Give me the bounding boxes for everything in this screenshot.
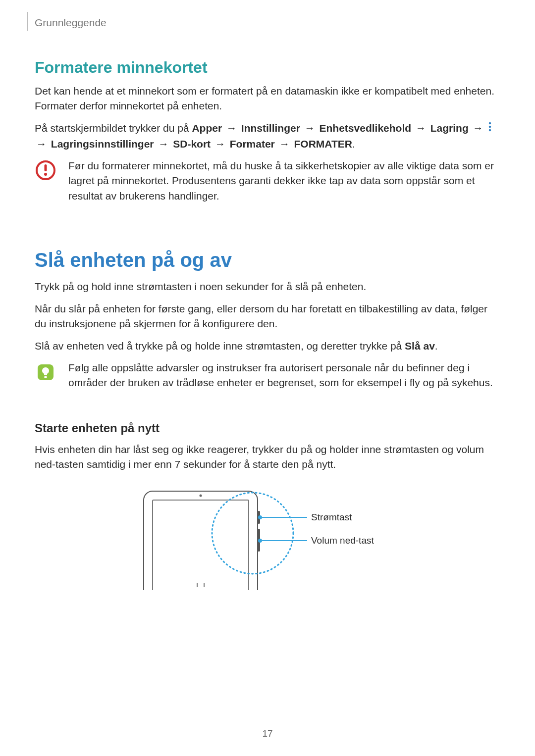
svg-point-14 bbox=[258, 515, 262, 519]
nav-step-lagring: Lagring bbox=[430, 122, 469, 134]
arrow-icon: → bbox=[36, 138, 47, 150]
callout-power-label: Strømtast bbox=[311, 512, 352, 522]
heading-power-on-off: Slå enheten på og av bbox=[35, 249, 500, 271]
nav-step-innstillinger: Innstillinger bbox=[241, 122, 300, 134]
svg-point-10 bbox=[200, 494, 202, 497]
warning-icon bbox=[35, 159, 56, 183]
nav-step-sdkort: SD-kort bbox=[173, 138, 211, 150]
arrow-icon: → bbox=[279, 138, 290, 150]
paragraph-first-boot: Når du slår på enheten for første gang, … bbox=[35, 302, 500, 332]
arrow-icon: → bbox=[305, 122, 315, 134]
paragraph-restart: Hvis enheten din har låst seg og ikke re… bbox=[35, 442, 500, 472]
page-number: 17 bbox=[0, 728, 535, 739]
svg-point-16 bbox=[258, 539, 262, 543]
nav-step-formater: Formater bbox=[230, 138, 275, 150]
arrow-icon: → bbox=[473, 122, 483, 134]
nav-lead: På startskjermbildet trykker du på bbox=[35, 122, 192, 134]
info-text: Følg alle oppslåtte advarsler og instruk… bbox=[68, 360, 500, 391]
svg-rect-9 bbox=[153, 500, 249, 590]
content-body: Formatere minnekortet Det kan hende at e… bbox=[35, 0, 500, 590]
svg-point-1 bbox=[489, 126, 491, 128]
warning-note: Før du formaterer minnekortet, må du hus… bbox=[35, 158, 500, 210]
paragraph-power-off: Slå av enheten ved å trykke på og holde … bbox=[35, 339, 500, 353]
device-figure: Strømtast Volum ned-tast bbox=[35, 486, 500, 590]
arrow-icon: → bbox=[215, 138, 225, 150]
info-icon bbox=[35, 361, 56, 385]
paragraph-power-on: Trykk på og hold inne strømtasten i noen… bbox=[35, 279, 500, 294]
arrow-icon: → bbox=[416, 122, 426, 134]
nav-step-apper: Apper bbox=[192, 122, 222, 134]
heading-restart: Starte enheten på nytt bbox=[35, 421, 500, 435]
power-off-action: Slå av bbox=[405, 340, 435, 352]
power-off-lead: Slå av enheten ved å trykke på og holde … bbox=[35, 340, 405, 352]
paragraph-nav-path: På startskjermbildet trykker du på Apper… bbox=[35, 121, 500, 151]
warning-text: Før du formaterer minnekortet, må du hus… bbox=[68, 158, 500, 203]
svg-rect-7 bbox=[44, 376, 47, 378]
heading-format-card: Formatere minnekortet bbox=[35, 58, 500, 77]
svg-rect-4 bbox=[45, 164, 47, 171]
arrow-icon: → bbox=[226, 122, 237, 134]
chapter-label: Grunnleggende bbox=[35, 17, 107, 29]
more-options-icon bbox=[487, 121, 492, 136]
callout-volume-label: Volum ned-tast bbox=[311, 535, 374, 546]
nav-step-lagringsinnstillinger: Lagringsinnstillinger bbox=[51, 138, 154, 150]
header-rule bbox=[27, 12, 28, 31]
svg-point-2 bbox=[489, 129, 491, 131]
svg-point-0 bbox=[489, 122, 491, 124]
svg-point-5 bbox=[44, 173, 47, 176]
page: Grunnleggende Formatere minnekortet Det … bbox=[0, 0, 535, 756]
power-off-tail: . bbox=[435, 340, 438, 352]
arrow-icon: → bbox=[158, 138, 168, 150]
paragraph-format-intro: Det kan hende at et minnekort som er for… bbox=[35, 84, 500, 114]
nav-step-enhetsvedlikehold: Enhetsvedlikehold bbox=[320, 122, 412, 134]
nav-step-formater-caps: FORMATER bbox=[294, 138, 352, 150]
info-note: Følg alle oppslåtte advarsler og instruk… bbox=[35, 360, 500, 398]
